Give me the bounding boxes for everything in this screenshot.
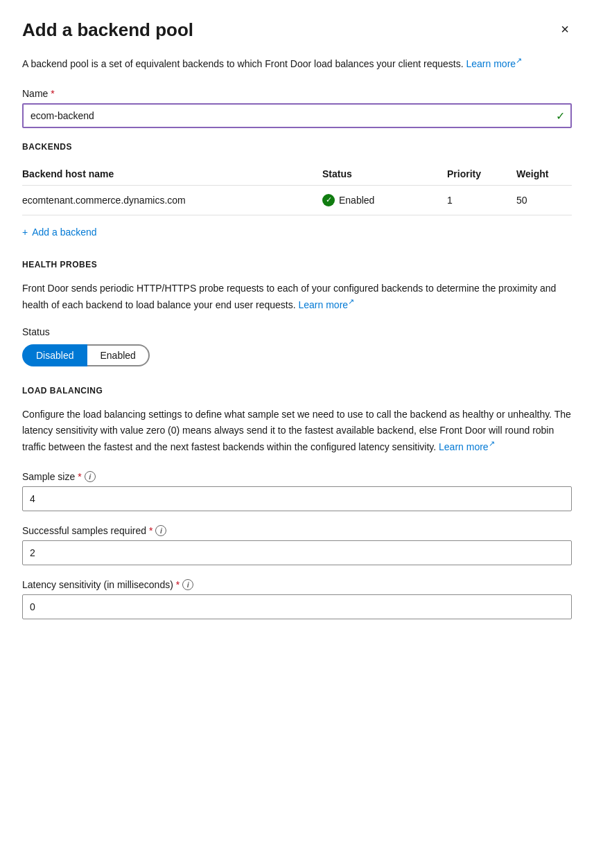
latency-sensitivity-required: * — [176, 579, 180, 590]
sample-size-input-wrapper — [22, 486, 572, 511]
name-input-wrapper: ✓ — [22, 103, 572, 128]
successful-samples-field-group: Successful samples required * i — [22, 525, 572, 565]
latency-sensitivity-label: Latency sensitivity (in milliseconds) * … — [22, 579, 572, 590]
successful-samples-input[interactable] — [22, 540, 572, 565]
add-backend-button[interactable]: + Add a backend — [22, 221, 97, 243]
close-button[interactable]: × — [558, 19, 572, 39]
toggle-disabled-button[interactable]: Disabled — [22, 344, 87, 366]
load-balancing-description: Configure the load balancing settings to… — [22, 407, 572, 454]
name-input[interactable] — [22, 103, 572, 128]
load-balancing-heading: LOAD BALANCING — [22, 386, 572, 396]
sample-size-label: Sample size * i — [22, 471, 572, 482]
latency-sensitivity-input[interactable] — [22, 594, 572, 619]
col-host: Backend host name — [22, 168, 322, 179]
backends-section: BACKENDS Backend host name Status Priori… — [22, 142, 572, 243]
table-header: Backend host name Status Priority Weight — [22, 163, 572, 186]
health-probes-toggle-group: Disabled Enabled — [22, 344, 150, 366]
sample-size-field-group: Sample size * i — [22, 471, 572, 511]
name-field-group: Name * ✓ — [22, 88, 572, 128]
add-backend-pool-panel: Add a backend pool × A backend pool is a… — [0, 0, 594, 868]
col-status: Status — [322, 168, 447, 179]
sample-size-input[interactable] — [22, 486, 572, 511]
status-enabled-icon: ✓ — [322, 194, 335, 206]
toggle-enabled-button[interactable]: Enabled — [87, 344, 149, 366]
health-probes-status-label: Status — [22, 326, 572, 337]
health-probes-description: Front Door sends periodic HTTP/HTTPS pro… — [22, 281, 572, 312]
health-probes-learn-more-link[interactable]: Learn more↗ — [299, 299, 355, 310]
name-required-indicator: * — [51, 88, 54, 99]
external-link-icon: ↗ — [516, 56, 522, 64]
lb-ext-icon: ↗ — [489, 439, 495, 448]
col-priority: Priority — [447, 168, 516, 179]
cell-status: ✓ Enabled — [322, 194, 447, 206]
add-icon: + — [22, 227, 28, 238]
health-probes-section: HEALTH PROBES Front Door sends periodic … — [22, 260, 572, 386]
panel-description: A backend pool is a set of equivalent ba… — [22, 55, 572, 71]
name-field-label: Name * — [22, 88, 572, 99]
health-probes-heading: HEALTH PROBES — [22, 260, 572, 269]
cell-weight: 50 — [516, 195, 572, 206]
backends-table: Backend host name Status Priority Weight… — [22, 163, 572, 215]
latency-sensitivity-field-group: Latency sensitivity (in milliseconds) * … — [22, 579, 572, 619]
successful-samples-label: Successful samples required * i — [22, 525, 572, 536]
sample-size-required: * — [78, 471, 81, 482]
latency-sensitivity-input-wrapper — [22, 594, 572, 619]
panel-header: Add a backend pool × — [22, 19, 572, 41]
backends-heading: BACKENDS — [22, 142, 572, 152]
panel-title: Add a backend pool — [22, 19, 193, 41]
cell-host: ecomtenant.commerce.dynamics.com — [22, 195, 322, 206]
load-balancing-section: LOAD BALANCING Configure the load balanc… — [22, 386, 572, 619]
latency-sensitivity-info-icon[interactable]: i — [182, 579, 193, 590]
successful-samples-input-wrapper — [22, 540, 572, 565]
cell-priority: 1 — [447, 195, 516, 206]
health-probes-ext-icon: ↗ — [348, 297, 354, 305]
description-learn-more-link[interactable]: Learn more↗ — [466, 58, 523, 69]
successful-samples-info-icon[interactable]: i — [155, 525, 166, 536]
load-balancing-learn-more-link[interactable]: Learn more↗ — [439, 441, 495, 452]
table-row: ecomtenant.commerce.dynamics.com ✓ Enabl… — [22, 186, 572, 215]
name-check-icon: ✓ — [556, 109, 565, 122]
col-weight: Weight — [516, 168, 572, 179]
sample-size-info-icon[interactable]: i — [85, 471, 96, 482]
successful-samples-required: * — [149, 525, 152, 536]
